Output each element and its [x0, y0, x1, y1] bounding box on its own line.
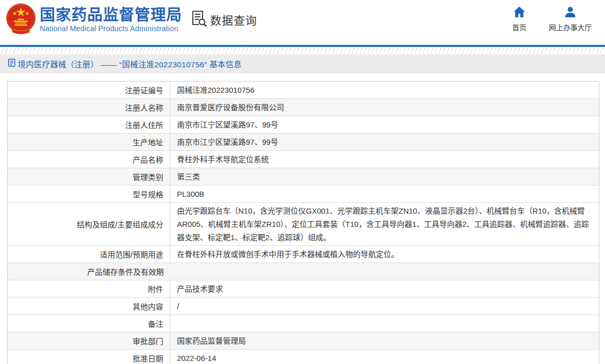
row-value: 南京市江宁区望溪路97、99号	[170, 116, 599, 133]
registration-info-table: 注册证编号 国械注准20223010756 注册人名称 南京普爱医疗设备股份有限…	[7, 81, 599, 364]
row-value: 由光学跟踪台车（N10，含光学测位仪GX001、光学跟踪主机车架ZN10、液晶显…	[170, 203, 599, 245]
table-row-registrant-address: 注册人住所 南京市江宁区望溪路97、99号	[8, 116, 599, 134]
data-query-label: 数据查询	[210, 11, 257, 28]
row-value: PL300B	[170, 186, 599, 202]
row-value	[170, 263, 599, 280]
data-query-heading: 数据查询	[191, 0, 257, 39]
row-value: 国家药品监督管理局	[170, 332, 599, 349]
table-row-remarks: 备注	[8, 315, 599, 332]
table-row-reg-number: 注册证编号 国械注准20223010756	[8, 82, 599, 99]
nav-service-hall[interactable]: 网上办事大厅	[549, 7, 592, 32]
header-nav: 首页 网上办事大厅	[512, 7, 592, 32]
document-search-icon	[191, 10, 207, 29]
row-value: 第三类	[170, 168, 599, 185]
row-label: 产品储存条件及有效期	[8, 263, 170, 280]
table-row-registrant-name: 注册人名称 南京普爱医疗设备股份有限公司	[8, 99, 599, 116]
home-icon	[514, 7, 525, 19]
striped-divider-band	[0, 47, 605, 53]
row-label: 批准日期	[8, 350, 170, 364]
row-value: 南京普爱医疗设备股份有限公司	[170, 99, 599, 116]
row-label: 生产地址	[8, 134, 170, 150]
row-label: 其他内容	[8, 298, 170, 315]
row-label: 注册人住所	[8, 116, 170, 133]
row-value: 在脊柱外科开放或微创手术中用于手术器械或植入物的导航定位。	[170, 246, 599, 263]
row-value: 国械注准20223010756	[170, 82, 599, 98]
row-value	[170, 315, 599, 332]
table-row-other-content: 其他内容 /	[8, 298, 599, 315]
table-row-attachment: 附件 产品技术要求	[8, 280, 599, 298]
table-row-approval-department: 审批部门 国家药品监督管理局	[8, 332, 599, 350]
table-row-structure-composition: 结构及组成/主要组成成分 由光学跟踪台车（N10，含光学测位仪GX001、光学跟…	[8, 203, 599, 246]
user-icon	[565, 7, 576, 19]
row-value: 南京市江宁区望溪路97、99号	[170, 134, 599, 150]
row-value: /	[170, 298, 599, 315]
national-emblem-logo	[5, 3, 37, 36]
row-label: 适用范围/预期用途	[8, 246, 170, 263]
row-label: 附件	[8, 280, 170, 297]
table-row-management-class: 管理类别 第三类	[8, 168, 599, 186]
table-row-product-name: 产品名称 脊柱外科手术导航定位系统	[8, 151, 599, 168]
row-value: 2022-06-14	[170, 350, 599, 364]
row-label: 管理类别	[8, 168, 170, 185]
table-row-intended-use: 适用范围/预期用途 在脊柱外科开放或微创手术中用于手术器械或植入物的导航定位。	[8, 246, 599, 263]
row-value: 产品技术要求	[170, 280, 599, 297]
site-subtitle: National Medical Products Administration	[40, 24, 182, 33]
row-label: 注册人名称	[8, 99, 170, 116]
breadcrumb-band: 境内医疗器械（注册） —— “国械注准20223010756” 基本信息	[0, 54, 605, 73]
row-label: 型号规格	[8, 186, 170, 202]
table-row-storage-validity: 产品储存条件及有效期	[8, 263, 599, 280]
document-icon	[8, 59, 15, 69]
row-label: 注册证编号	[8, 82, 170, 98]
brand-block: 国家药品监督管理局 National Medical Products Admi…	[40, 6, 182, 33]
nav-home[interactable]: 首页	[512, 7, 526, 32]
row-label: 审批部门	[8, 332, 170, 349]
nav-service-hall-label: 网上办事大厅	[549, 22, 592, 32]
breadcrumb: 境内医疗器械（注册） —— “国械注准20223010756” 基本信息	[8, 58, 242, 69]
table-row-production-address: 生产地址 南京市江宁区望溪路97、99号	[8, 134, 599, 151]
row-value: 脊柱外科手术导航定位系统	[170, 151, 599, 168]
page-title: 境内医疗器械（注册） —— “国械注准20223010756” 基本信息	[18, 58, 242, 69]
row-label: 备注	[8, 315, 170, 332]
table-row-approval-date: 批准日期 2022-06-14	[8, 350, 599, 364]
table-row-model-spec: 型号规格 PL300B	[8, 186, 599, 203]
nav-home-label: 首页	[512, 22, 526, 32]
row-label: 结构及组成/主要组成成分	[8, 203, 170, 245]
site-title: 国家药品监督管理局	[40, 6, 182, 23]
row-label: 产品名称	[8, 151, 170, 168]
page-header: 国家药品监督管理局 National Medical Products Admi…	[0, 0, 605, 45]
